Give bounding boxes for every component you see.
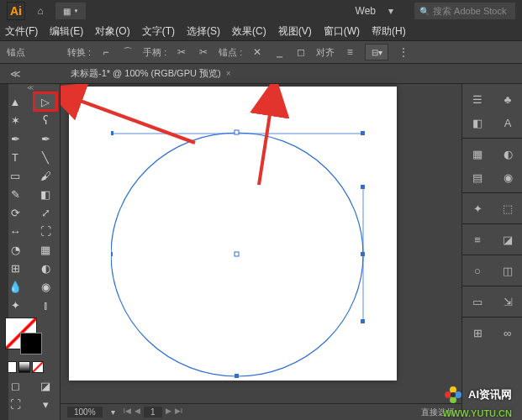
search-input[interactable]: 搜索 Adobe Stock [414,3,515,19]
fill-stroke-swatch[interactable] [0,314,60,353]
rectangle-tool[interactable]: ▭ [3,166,27,185]
document-tab[interactable]: 未标题-1* @ 100% (RGB/GPU 预览) × [64,64,238,83]
more-icon[interactable]: ⋮ [397,45,410,59]
symbols-panel-icon[interactable]: ✦ [465,198,490,218]
handle-show-icon[interactable]: ✂ [175,45,188,59]
drawing-mode-normal[interactable]: ◻ [3,376,27,395]
anchor-left[interactable] [111,252,113,256]
gradient-tool[interactable]: ◐ [34,259,57,277]
pathfinder-panel-icon[interactable]: ◪ [495,229,520,249]
lasso-tool[interactable]: ʕ [34,111,57,129]
menu-window[interactable]: 窗口(W) [324,24,360,39]
column-graph-tool[interactable]: ⫿ [34,296,57,314]
properties-panel-icon[interactable]: ☰ [465,89,490,109]
pen-tool[interactable]: ✒ [3,129,27,148]
canvas-area[interactable]: 100% ▾ I◀ ◀ 1 ▶ ▶I 直接选择 [61,84,461,420]
nav-next-icon[interactable]: ▶ [166,407,171,417]
eyedropper-tool[interactable]: 💧 [3,277,27,296]
stroke-swatch[interactable] [20,333,42,354]
curvature-tool[interactable]: ✒ [34,129,57,148]
color-mode-none[interactable] [32,361,44,373]
color-panel-icon[interactable]: ▦ [465,144,490,164]
menu-bar: 文件(F) 编辑(E) 对象(O) 文字(T) 选择(S) 效果(C) 视图(V… [0,22,522,40]
scale-tool[interactable]: ⤢ [34,203,57,222]
anchor-bottom[interactable] [235,374,239,378]
menu-edit[interactable]: 编辑(E) [50,24,83,39]
transform-panel-icon[interactable]: ⬚ [495,198,520,218]
stroke-panel-icon[interactable]: ▤ [465,167,490,187]
isolate-icon[interactable]: ◻ [294,45,308,59]
eraser-tool[interactable]: ◧ [34,185,57,203]
drawing-mode-behind[interactable]: ◪ [34,376,57,395]
nav-prev-icon[interactable]: ◀ [134,407,140,417]
artboard-number[interactable]: 1 [144,407,162,417]
tab-collapse-icon[interactable]: ≪ [8,67,22,81]
links-panel-icon[interactable]: ∞ [495,323,520,343]
libraries-panel-icon[interactable]: ♣ [495,89,520,109]
symbol-sprayer-tool[interactable]: ✦ [3,296,27,314]
type-panel-icon[interactable]: A [495,113,520,133]
blend-tool[interactable]: ◉ [34,277,57,296]
graphic-styles-panel-icon[interactable]: ◫ [495,260,520,281]
menu-file[interactable]: 文件(F) [5,24,38,39]
paintbrush-tool[interactable]: 🖌 [34,166,57,185]
menu-type[interactable]: 文字(T) [142,24,175,39]
zoom-chevron-icon[interactable]: ▾ [111,407,115,417]
handle-right-bottom[interactable] [361,319,365,323]
center-point[interactable] [235,252,239,256]
convert-corner-icon[interactable]: ⌐ [99,45,113,59]
anchor-top[interactable] [235,130,239,134]
menu-select[interactable]: 选择(S) [187,24,220,39]
handle-right-top[interactable] [361,185,365,189]
remove-anchor-icon[interactable]: ✕ [250,45,264,59]
brushes-panel-icon[interactable]: ◉ [495,167,520,187]
screen-mode-tool[interactable]: ⛶ [3,395,27,413]
width-tool[interactable]: ↔ [3,222,27,240]
color-mode-row [0,353,60,376]
rotate-tool[interactable]: ⟳ [3,203,27,222]
handle-label: 手柄 : [143,46,166,59]
nav-first-icon[interactable]: I◀ [124,407,132,417]
line-tool[interactable]: ╲ [34,148,57,166]
change-screen-icon[interactable]: ▾ [34,395,57,413]
status-bar: 100% ▾ I◀ ◀ 1 ▶ ▶I 直接选择 [61,403,461,420]
align-options-dropdown[interactable]: ⊟▾ [365,44,388,60]
menu-help[interactable]: 帮助(H) [372,24,406,39]
perspective-tool[interactable]: ▦ [34,240,57,259]
toolbox-collapse-icon[interactable]: ≪ [0,84,60,92]
workspace-preset-label[interactable]: Web [356,5,376,17]
handle-right[interactable] [361,131,365,135]
layers-panel-icon[interactable]: ◧ [465,113,490,133]
anchor-right[interactable] [361,252,365,256]
mesh-tool[interactable]: ⊞ [3,259,27,277]
workspace-arrange-dropdown[interactable]: ▦ [55,3,86,19]
direct-selection-tool[interactable]: ▷ [34,92,57,111]
home-icon[interactable]: ⌂ [34,4,47,18]
zoom-level[interactable]: 100% [67,407,103,417]
shaper-tool[interactable]: ✎ [3,185,27,203]
appearance-panel-icon[interactable]: ○ [465,260,490,281]
css-panel-icon[interactable]: ⊞ [465,323,490,343]
artboard[interactable] [69,87,397,381]
connect-anchor-icon[interactable]: ⎯ [272,45,286,59]
circle-shape[interactable] [111,129,380,397]
asset-export-icon[interactable]: ⇲ [495,291,520,312]
menu-view[interactable]: 视图(V) [278,24,312,39]
align-panel-icon[interactable]: ≡ [465,229,490,249]
free-transform-tool[interactable]: ⛶ [34,222,57,240]
nav-last-icon[interactable]: ▶I [175,407,183,417]
magic-wand-tool[interactable]: ✶ [3,111,27,129]
artboards-panel-icon[interactable]: ▭ [465,291,490,312]
selection-tool[interactable]: ▲ [3,92,27,111]
close-icon[interactable]: × [226,69,231,78]
shape-builder-tool[interactable]: ◔ [3,240,27,259]
convert-smooth-icon[interactable]: ⌒ [121,45,134,59]
align-icon[interactable]: ≡ [343,45,356,59]
type-tool[interactable]: T [3,148,27,166]
handle-left[interactable] [111,131,113,135]
menu-effect[interactable]: 效果(C) [232,24,266,39]
swatches-panel-icon[interactable]: ◐ [495,144,520,164]
handle-hide-icon[interactable]: ✂ [197,45,210,59]
menu-object[interactable]: 对象(O) [95,24,129,39]
color-mode-gradient[interactable] [18,361,30,373]
